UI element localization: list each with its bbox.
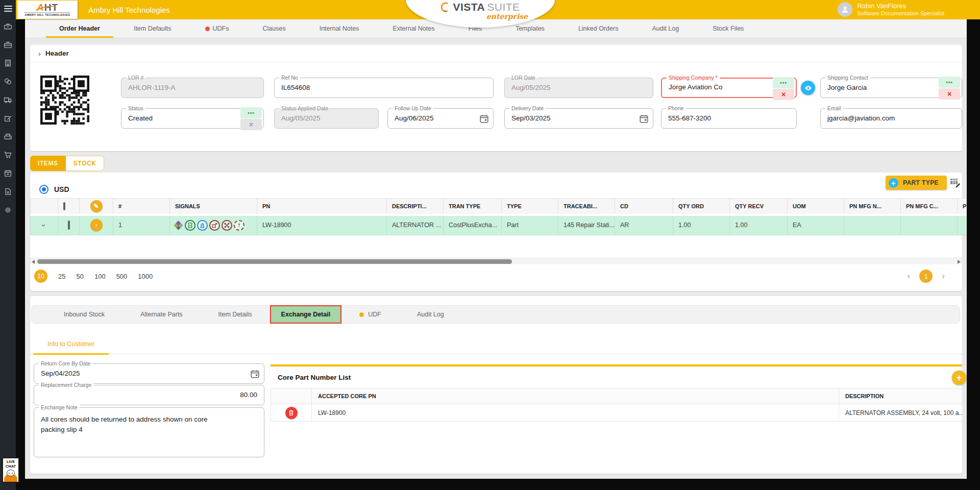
page-size-100[interactable]: 100 — [94, 273, 106, 280]
tab-udfs[interactable]: UDFs — [188, 19, 246, 38]
select-all-checkbox[interactable] — [63, 202, 65, 210]
parts-diamond-icon — [174, 220, 183, 230]
page-size-25[interactable]: 25 — [58, 273, 65, 280]
ref-no-field[interactable]: Ref No IL654608 — [274, 78, 494, 98]
collapse-chevron-icon[interactable]: › — [38, 49, 41, 58]
page-size-10[interactable]: 10 — [34, 270, 47, 283]
tab-stock-files[interactable]: Stock Files — [696, 19, 761, 38]
shipping-contact-field[interactable]: Shipping Contact Jorge Garcia ••• × — [820, 78, 962, 98]
fax-icon[interactable] — [4, 132, 12, 141]
col-qty-ord[interactable]: QTY ORD — [673, 199, 730, 215]
calendar-icon[interactable] — [480, 114, 488, 123]
col-traceability[interactable]: TRACEABI... — [558, 199, 615, 215]
delete-core-pn-button[interactable] — [285, 407, 298, 419]
delivery-date-field[interactable]: Delivery Date Sep/03/2025 — [504, 108, 653, 129]
open-row-button[interactable]: › — [90, 219, 103, 231]
shipping-company-field[interactable]: Shipping Company * Jorge Aviation Co •••… — [661, 78, 797, 98]
col-type[interactable]: TYPE — [502, 199, 558, 215]
tab-item-details[interactable]: Item Details — [201, 305, 270, 324]
tab-order-header[interactable]: Order Header — [42, 19, 117, 38]
horizontal-scrollbar[interactable] — [30, 258, 962, 264]
status-field[interactable]: Status Created ••• × — [121, 108, 264, 129]
tab-audit-log-inner[interactable]: Audit Log — [399, 305, 462, 324]
calendar-icon[interactable] — [640, 114, 648, 123]
settings-gear-icon[interactable] — [4, 206, 12, 214]
tab-item-defaults[interactable]: Item Defaults — [117, 19, 188, 38]
tab-alternate-parts[interactable]: Alternate Parts — [122, 305, 201, 324]
col-pn[interactable]: PN — [257, 199, 387, 215]
cell-pn-mfg-n — [844, 215, 901, 235]
briefcase-icon[interactable] — [4, 40, 12, 49]
col-pn-mfg-n[interactable]: PN MFG N... — [844, 199, 901, 215]
tab-exchange-detail[interactable]: Exchange Detail — [270, 305, 342, 324]
tab-clauses[interactable]: Clauses — [246, 19, 303, 38]
calendar-icon[interactable] — [251, 370, 259, 378]
col-accepted-core-pn[interactable]: ACCEPTED CORE PN — [312, 388, 839, 404]
live-chat-button[interactable]: LIVE CHAT — [2, 457, 19, 483]
shipping-company-clear-button[interactable]: × — [773, 89, 794, 100]
building-icon[interactable] — [4, 59, 12, 67]
col-qty-recv[interactable]: QTY RECV — [730, 199, 788, 215]
col-num[interactable]: # — [113, 199, 170, 215]
view-company-eye-button[interactable] — [801, 81, 815, 95]
col-description[interactable]: DESCRIPTI... — [387, 199, 444, 215]
tab-linked-orders[interactable]: Linked Orders — [561, 19, 635, 38]
col-tran-type[interactable]: TRAN TYPE — [444, 199, 502, 215]
tab-inbound-stock[interactable]: Inbound Stock — [46, 305, 122, 324]
vistasuite-swoosh-icon — [440, 2, 451, 12]
next-page-arrow[interactable]: › — [942, 270, 945, 283]
scroll-left-arrow[interactable] — [32, 260, 35, 264]
user-menu[interactable]: Robin VanFlores Software Documentation S… — [838, 2, 944, 17]
page-size-500[interactable]: 500 — [116, 273, 128, 280]
cell-pn: LW-18900 — [257, 215, 387, 235]
compose-icon[interactable] — [4, 114, 12, 122]
company-logo[interactable]: AHT AMBRY HILL TECHNOLOGIES — [17, 1, 78, 19]
shipping-contact-clear-button[interactable]: × — [939, 88, 960, 100]
truck-icon[interactable] — [4, 95, 12, 104]
document-icon[interactable] — [4, 187, 12, 196]
toolbox-icon[interactable] — [4, 22, 12, 31]
user-avatar-icon[interactable] — [838, 2, 852, 17]
add-part-type-button[interactable]: + PART TYPE — [886, 176, 947, 190]
phone-field[interactable]: Phone 555-687-3200 — [661, 108, 797, 129]
shipping-company-lookup-button[interactable]: ••• — [773, 77, 794, 88]
prev-page-arrow[interactable]: ‹ — [908, 270, 911, 283]
status-lookup-button[interactable]: ••• — [240, 107, 262, 118]
tab-audit-log[interactable]: Audit Log — [635, 19, 696, 38]
add-core-pn-button[interactable]: + — [952, 371, 966, 385]
core-header-row: ACCEPTED CORE PN DESCRIPTION — [271, 388, 963, 404]
col-uom[interactable]: UOM — [788, 199, 844, 215]
follow-up-date-field[interactable]: Follow Up Date Aug/06/2025 — [387, 108, 494, 129]
col-core-description[interactable]: DESCRIPTION — [839, 388, 963, 404]
col-cd[interactable]: CD — [615, 199, 673, 215]
col-signals[interactable]: SIGNALS — [170, 199, 257, 215]
row-checkbox[interactable] — [68, 220, 70, 230]
scroll-right-arrow[interactable] — [958, 260, 961, 264]
expand-row-chevron[interactable]: › — [40, 224, 48, 227]
email-field[interactable]: Email jgarcia@javiation.com — [820, 108, 962, 129]
items-toggle-button[interactable]: ITEMS — [30, 156, 66, 171]
replacement-charge-field[interactable]: Replacement Charge 80.00 — [34, 385, 264, 405]
stock-toggle-button[interactable]: STOCK — [66, 156, 105, 171]
current-page-button[interactable]: 1 — [919, 270, 933, 283]
menu-icon[interactable] — [4, 6, 12, 12]
col-pi[interactable]: P — [958, 199, 967, 215]
live-chat-mascot — [3, 469, 18, 482]
edit-all-button[interactable]: ✎ — [90, 200, 103, 212]
status-clear-button[interactable]: × — [240, 119, 262, 130]
currency-radio[interactable] — [39, 185, 48, 194]
tab-internal-notes[interactable]: Internal Notes — [303, 19, 376, 38]
col-pn-mfg-c[interactable]: PN MFG C... — [901, 199, 958, 215]
scrollbar-thumb[interactable] — [37, 259, 512, 264]
page-size-1000[interactable]: 1000 — [138, 273, 153, 280]
cart-icon[interactable] — [4, 151, 12, 159]
tab-info-to-customer[interactable]: Info to Customer — [33, 334, 109, 354]
return-core-by-date-field[interactable]: Return Core By Date Sep/04/2025 — [34, 363, 264, 384]
coins-icon[interactable] — [4, 77, 12, 86]
calendar-add-icon[interactable] — [4, 169, 12, 178]
exchange-note-field[interactable]: Exchange Note All cores should be return… — [34, 407, 264, 457]
tab-udf[interactable]: UDF — [341, 305, 399, 324]
table-edit-icon[interactable] — [950, 178, 961, 188]
shipping-contact-lookup-button[interactable]: ••• — [939, 77, 960, 88]
page-size-50[interactable]: 50 — [76, 273, 83, 280]
